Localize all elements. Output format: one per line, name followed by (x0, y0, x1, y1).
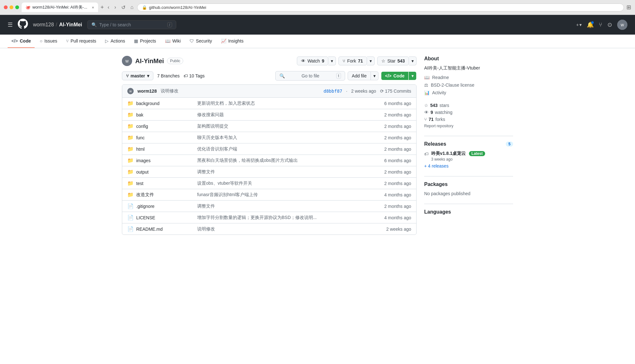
table-row: 📄LICENSE增加字符分割数量的逻辑；更换开源协议为BSD；修改说明...4 … (122, 212, 416, 223)
file-name-link[interactable]: background (136, 101, 159, 106)
tab-projects[interactable]: ▦ Projects (130, 35, 160, 48)
maximize-button[interactable] (15, 5, 19, 9)
plus-icon: + (576, 22, 579, 27)
code-brackets-icon: </> (385, 73, 391, 78)
user-avatar[interactable]: w (617, 20, 627, 30)
forward-button[interactable]: › (113, 3, 117, 11)
tab-issues[interactable]: ○ Issues (36, 35, 61, 48)
report-repository-link[interactable]: Report repository (424, 124, 513, 128)
notifications-icon[interactable]: 🔔 (587, 21, 594, 28)
close-button[interactable] (4, 5, 8, 9)
repo-main: w AI-YinMei Public 👁 Watch 9 ▾ (122, 56, 417, 235)
issues-icon[interactable]: ⊙ (607, 21, 612, 28)
search-icon: 🔍 (91, 22, 97, 27)
notification-dot (591, 21, 594, 24)
add-file-label: Add file (352, 73, 367, 78)
browser-tab[interactable]: 🐙 worm128/AI-YinMei: AI吟美-... × (22, 3, 98, 12)
go-to-file-button[interactable]: 🔍 Go to file t (275, 71, 345, 81)
new-tab-button[interactable]: + (101, 4, 104, 11)
folder-icon: 📁 (127, 180, 132, 186)
svg-text:w: w (125, 58, 129, 63)
branches-link[interactable]: 7 Branches (157, 73, 180, 78)
file-name-link[interactable]: output (136, 169, 149, 175)
file-name-link[interactable]: config (136, 124, 148, 129)
tab-insights[interactable]: 📈 Insights (217, 35, 247, 48)
commit-author-name[interactable]: worm128 (137, 89, 157, 94)
folder-icon: 📁 (127, 169, 132, 175)
license-link[interactable]: ⚖ BSD-2-Clause license (424, 83, 513, 88)
github-topnav: ☰ worm128 / AI-YinMei 🔍 Type / to search… (0, 15, 635, 35)
breadcrumb-repo[interactable]: AI-YinMei (59, 22, 82, 28)
refresh-button[interactable]: ↺ (120, 3, 127, 12)
file-description: 黑夜和白天场景切换，绘画切换成obs图片方式输出 (197, 158, 380, 163)
star-stat-icon: ☆ (424, 103, 428, 108)
code-button[interactable]: </> Code (381, 71, 409, 80)
actions-nav-icon: ▷ (105, 38, 109, 43)
packages-section: Packages No packages published (424, 182, 513, 196)
star-button[interactable]: ☆ Star 543 (377, 56, 409, 65)
table-row: 📁改造文件funasr音频识别html客户端上传4 months ago (122, 189, 416, 201)
more-releases-link[interactable]: + 4 releases (424, 163, 513, 169)
about-section: About AI吟美-人工智能主播-Vtuber 📖 Readme ⚖ BSD-… (424, 56, 513, 95)
tags-link[interactable]: 🏷 10 Tags (184, 73, 205, 78)
activity-link[interactable]: 📊 Activity (424, 90, 513, 95)
search-placeholder: Type / to search (99, 22, 165, 27)
tab-code[interactable]: </> Code (8, 35, 35, 48)
commit-hash[interactable]: d8bbf87 (324, 89, 342, 94)
fork-button[interactable]: ⑂ Fork 71 (338, 56, 367, 65)
branch-name: master (130, 73, 145, 78)
tab-wiki[interactable]: 📖 Wiki (161, 35, 184, 48)
release-time: 3 weeks ago (431, 157, 485, 162)
table-row: 📄.gitignore调整文件2 months ago (122, 201, 416, 212)
about-description: AI吟美-人工智能主播-Vtuber (424, 65, 513, 71)
address-bar[interactable]: 🔒 github.com/worm128/AI-YinMei (137, 3, 624, 11)
browser-nav: ‹ › ↺ ⌂ (106, 3, 135, 12)
release-name[interactable]: 吟美v1.8.1桌宠云 (431, 151, 466, 156)
fork-dropdown-button[interactable]: ▾ (367, 56, 375, 65)
repo-sidebar: About AI吟美-人工智能主播-Vtuber 📖 Readme ⚖ BSD-… (424, 56, 513, 235)
search-box[interactable]: 🔍 Type / to search / (87, 20, 176, 29)
file-name-link[interactable]: test (136, 181, 144, 186)
star-dropdown-button[interactable]: ▾ (409, 56, 417, 65)
github-logo[interactable] (18, 19, 28, 31)
create-new-button[interactable]: + ▾ (576, 22, 582, 27)
branch-icon: ⑂ (126, 73, 129, 78)
file-time: 2 months ago (384, 147, 411, 152)
home-button[interactable]: ⌂ (129, 3, 135, 11)
file-name-link[interactable]: 改造文件 (136, 192, 154, 197)
file-name-link[interactable]: README.md (136, 227, 163, 232)
file-name-link[interactable]: .gitignore (136, 204, 155, 209)
file-name-link[interactable]: bak (136, 112, 144, 117)
file-name-link[interactable]: LICENSE (136, 215, 155, 220)
add-file-dropdown[interactable]: ▾ (371, 71, 378, 80)
tab-actions[interactable]: ▷ Actions (101, 35, 129, 48)
file-name-link[interactable]: html (136, 147, 144, 152)
traffic-lights (4, 5, 19, 9)
repo-navigation: </> Code ○ Issues ⑂ Pull requests ▷ Acti… (0, 35, 635, 48)
readme-link[interactable]: 📖 Readme (424, 75, 513, 80)
add-file-button[interactable]: Add file (348, 71, 371, 80)
topnav-right: + ▾ 🔔 ⑂ ⊙ w (576, 20, 627, 30)
tags-count: 10 (189, 73, 194, 78)
commits-count-link[interactable]: ⟳ 175 Commits (380, 89, 411, 94)
extensions-icon[interactable]: ⊞ (626, 4, 631, 11)
back-button[interactable]: ‹ (106, 3, 110, 11)
file-name-link[interactable]: func (136, 135, 144, 140)
watch-button[interactable]: 👁 Watch 9 (297, 56, 328, 65)
file-name-link[interactable]: images (136, 158, 150, 163)
tab-close-icon[interactable]: × (92, 5, 94, 10)
code-dropdown-button[interactable]: ▾ (409, 71, 417, 80)
branch-selector[interactable]: ⑂ master ▾ (122, 71, 153, 80)
table-row: 📁test设置obs、vtuber等软件开关2 months ago (122, 178, 416, 189)
insights-icon: 📈 (221, 38, 226, 43)
tab-pull-requests[interactable]: ⑂ Pull requests (62, 35, 100, 48)
breadcrumb-owner[interactable]: worm128 (33, 22, 54, 28)
security-icon: 🛡 (190, 38, 194, 43)
hamburger-menu[interactable]: ☰ (8, 21, 13, 28)
commits-count: 175 Commits (385, 89, 411, 94)
pull-requests-icon[interactable]: ⑂ (599, 22, 602, 28)
watch-dropdown-button[interactable]: ▾ (328, 56, 336, 65)
sidebar-divider-2 (424, 176, 513, 176)
minimize-button[interactable] (10, 5, 13, 9)
tab-security[interactable]: 🛡 Security (186, 35, 216, 48)
